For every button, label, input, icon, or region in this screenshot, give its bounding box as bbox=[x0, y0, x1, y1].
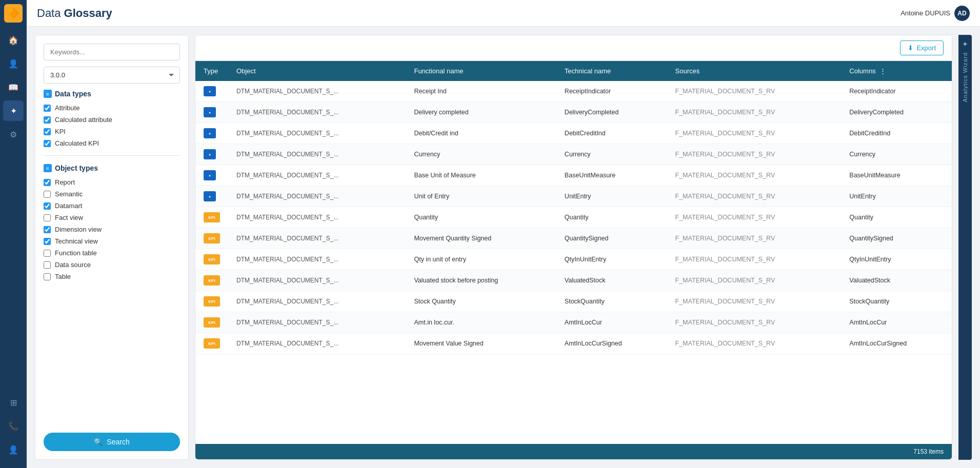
checkbox-table[interactable]: Table bbox=[44, 273, 180, 280]
keywords-input[interactable] bbox=[44, 44, 180, 60]
type-badge: ▪ bbox=[204, 191, 216, 201]
table-row[interactable]: ▪ DTM_MATERIAL_DOCUMENT_S_... Base Unit … bbox=[195, 165, 952, 186]
checkbox-function-table[interactable]: Function table bbox=[44, 249, 180, 257]
col-sources: Sources bbox=[667, 61, 842, 81]
cell-technical-name: BaseUnitMeasure bbox=[556, 165, 667, 186]
checkbox-calculated-attribute[interactable]: Calculated attribute bbox=[44, 116, 180, 124]
table-row[interactable]: ▪ DTM_MATERIAL_DOCUMENT_S_... Unit of En… bbox=[195, 186, 952, 207]
cell-sources: F_MATERIAL_DOCUMENT_S_RV bbox=[667, 165, 842, 186]
cell-columns: DebitCreditInd bbox=[841, 123, 952, 144]
cell-functional-name: Quantity bbox=[406, 207, 556, 228]
cell-object: DTM_MATERIAL_DOCUMENT_S_... bbox=[228, 123, 406, 144]
col-object: Object bbox=[228, 61, 406, 81]
checkbox-attribute[interactable]: Attribute bbox=[44, 104, 180, 112]
checkbox-kpi[interactable]: KPI bbox=[44, 128, 180, 135]
nav-profile[interactable]: 👤 bbox=[3, 439, 24, 460]
item-count: 7153 items bbox=[913, 448, 944, 455]
cell-columns: StockQuantity bbox=[841, 291, 952, 312]
user-avatar: AD bbox=[954, 6, 970, 21]
data-table: Type Object Functional name Technical na… bbox=[195, 61, 952, 354]
cell-sources: F_MATERIAL_DOCUMENT_S_RV bbox=[667, 123, 842, 144]
nav-catalog[interactable]: 📖 bbox=[3, 77, 24, 97]
version-select[interactable]: 3.0.0 bbox=[44, 67, 180, 84]
main-content: Data Glossary Antoine DUPUIS AD 3.0.0 ≡ … bbox=[27, 0, 980, 468]
cell-functional-name: Base Unit of Measure bbox=[406, 165, 556, 186]
cell-object: DTM_MATERIAL_DOCUMENT_S_... bbox=[228, 249, 406, 270]
table-row[interactable]: KPI DTM_MATERIAL_DOCUMENT_S_... Qty in u… bbox=[195, 249, 952, 270]
table-row[interactable]: ▪ DTM_MATERIAL_DOCUMENT_S_... Receipt In… bbox=[195, 81, 952, 102]
nav-grid[interactable]: ⊞ bbox=[3, 392, 24, 413]
cell-sources: F_MATERIAL_DOCUMENT_S_RV bbox=[667, 270, 842, 291]
analytics-wizard-panel[interactable]: ✦ Analytics Wizard bbox=[958, 35, 972, 460]
cell-sources: F_MATERIAL_DOCUMENT_S_RV bbox=[667, 249, 842, 270]
search-button[interactable]: 🔍 Search bbox=[44, 433, 180, 451]
table-row[interactable]: KPI DTM_MATERIAL_DOCUMENT_S_... Movement… bbox=[195, 333, 952, 354]
cell-technical-name: QtyInUnitEntry bbox=[556, 249, 667, 270]
cell-object: DTM_MATERIAL_DOCUMENT_S_... bbox=[228, 165, 406, 186]
table-row[interactable]: ▪ DTM_MATERIAL_DOCUMENT_S_... Delivery c… bbox=[195, 102, 952, 123]
table-row[interactable]: ▪ DTM_MATERIAL_DOCUMENT_S_... Currency C… bbox=[195, 144, 952, 165]
cell-columns: QtyInUnitEntry bbox=[841, 249, 952, 270]
cell-type: KPI bbox=[195, 312, 228, 333]
checkbox-semantic[interactable]: Semantic bbox=[44, 190, 180, 198]
nav-home[interactable]: 🏠 bbox=[3, 30, 24, 50]
col-columns: Columns ⋮ bbox=[841, 61, 952, 81]
type-badge: ▪ bbox=[204, 149, 216, 159]
table-row[interactable]: ▪ DTM_MATERIAL_DOCUMENT_S_... Debit/Cred… bbox=[195, 123, 952, 144]
checkbox-datamart[interactable]: Datamart bbox=[44, 202, 180, 210]
col-functional-name: Functional name bbox=[406, 61, 556, 81]
cell-type: KPI bbox=[195, 228, 228, 249]
table-toolbar: ⬇ Export bbox=[195, 35, 952, 61]
cell-type: KPI bbox=[195, 249, 228, 270]
user-info: Antoine DUPUIS AD bbox=[901, 6, 970, 21]
table-footer: 7153 items bbox=[195, 444, 952, 459]
analytics-wizard-label: Analytics Wizard bbox=[962, 52, 968, 102]
cell-sources: F_MATERIAL_DOCUMENT_S_RV bbox=[667, 186, 842, 207]
app-logo: 🔶 bbox=[4, 4, 23, 23]
table-row[interactable]: KPI DTM_MATERIAL_DOCUMENT_S_... Stock Qu… bbox=[195, 291, 952, 312]
cell-technical-name: Quantity bbox=[556, 207, 667, 228]
type-badge: KPI bbox=[204, 254, 220, 264]
cell-object: DTM_MATERIAL_DOCUMENT_S_... bbox=[228, 144, 406, 165]
type-badge: KPI bbox=[204, 317, 220, 328]
cell-technical-name: UnitEntry bbox=[556, 186, 667, 207]
checkbox-dimension-view[interactable]: Dimension view bbox=[44, 226, 180, 233]
col-technical-name: Technical name bbox=[556, 61, 667, 81]
analytics-wizard-icon: ✦ bbox=[962, 40, 968, 48]
checkbox-technical-view[interactable]: Technical view bbox=[44, 237, 180, 245]
cell-type: KPI bbox=[195, 207, 228, 228]
checkbox-fact-view[interactable]: Fact view bbox=[44, 214, 180, 221]
search-icon: 🔍 bbox=[94, 438, 103, 446]
cell-sources: F_MATERIAL_DOCUMENT_S_RV bbox=[667, 81, 842, 102]
cell-columns: BaseUnitMeasure bbox=[841, 165, 952, 186]
cell-columns: QuantitySigned bbox=[841, 228, 952, 249]
nav-support[interactable]: 📞 bbox=[3, 416, 24, 436]
table-row[interactable]: KPI DTM_MATERIAL_DOCUMENT_S_... Amt.in l… bbox=[195, 312, 952, 333]
nav-users[interactable]: 👤 bbox=[3, 53, 24, 74]
checkbox-report[interactable]: Report bbox=[44, 178, 180, 186]
cell-technical-name: DeliveryCompleted bbox=[556, 102, 667, 123]
table-wrapper[interactable]: Type Object Functional name Technical na… bbox=[195, 61, 952, 444]
type-badge: KPI bbox=[204, 275, 220, 286]
user-name: Antoine DUPUIS bbox=[901, 9, 950, 17]
cell-object: DTM_MATERIAL_DOCUMENT_S_... bbox=[228, 81, 406, 102]
type-badge: ▪ bbox=[204, 128, 216, 138]
cell-functional-name: Qty in unit of entry bbox=[406, 249, 556, 270]
checkbox-data-source[interactable]: Data source bbox=[44, 261, 180, 269]
cell-technical-name: ValuatedStock bbox=[556, 270, 667, 291]
checkbox-calculated-kpi[interactable]: Calculated KPI bbox=[44, 139, 180, 147]
export-button[interactable]: ⬇ Export bbox=[900, 40, 944, 55]
table-row[interactable]: KPI DTM_MATERIAL_DOCUMENT_S_... Valuated… bbox=[195, 270, 952, 291]
cell-functional-name: Stock Quantity bbox=[406, 291, 556, 312]
cell-sources: F_MATERIAL_DOCUMENT_S_RV bbox=[667, 291, 842, 312]
table-row[interactable]: KPI DTM_MATERIAL_DOCUMENT_S_... Quantity… bbox=[195, 207, 952, 228]
nav-settings[interactable]: ⚙ bbox=[3, 124, 24, 145]
cell-technical-name: ReceiptIndicator bbox=[556, 81, 667, 102]
cell-technical-name: AmtInLocCurSigned bbox=[556, 333, 667, 354]
cell-sources: F_MATERIAL_DOCUMENT_S_RV bbox=[667, 333, 842, 354]
table-row[interactable]: KPI DTM_MATERIAL_DOCUMENT_S_... Movement… bbox=[195, 228, 952, 249]
table-area: ⬇ Export Type Object Functional name Tec… bbox=[195, 35, 952, 460]
page-body: 3.0.0 ≡ Data types Attribute Calculated … bbox=[27, 27, 980, 468]
cell-sources: F_MATERIAL_DOCUMENT_S_RV bbox=[667, 102, 842, 123]
nav-network[interactable]: ✦ bbox=[3, 100, 24, 121]
